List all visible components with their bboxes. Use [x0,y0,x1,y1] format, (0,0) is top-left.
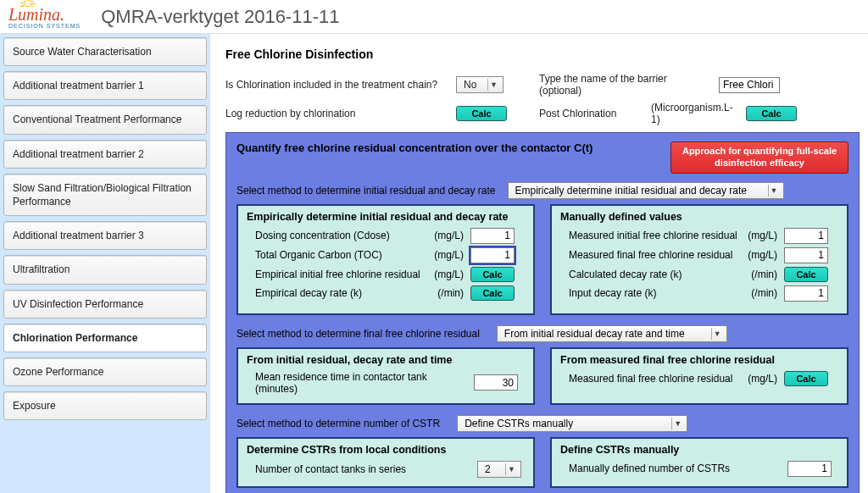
group-title: Empirically determine initial residual a… [247,211,525,223]
header: Lumina. DECISION SYSTEMS QMRA-verktyget … [0,0,868,34]
emp-k-unit: (/min) [430,287,467,299]
sidebar-item-uv[interactable]: UV Disinfection Performance [3,290,207,319]
sidebar-item-label: Source Water Characterisation [13,46,152,58]
sidebar-item-label: Additional treatment barrier 3 [13,230,144,241]
sidebar-item-source-water[interactable]: Source Water Characterisation [3,37,207,66]
m-fin2-label: Measured final free chlorine residual [569,373,740,385]
post-chlor-calc-button[interactable]: Calc [746,106,797,121]
select-value: Define CSTRs manually [465,418,573,429]
m-init-unit: (mg/L) [743,230,781,241]
mdef-label: Manually defined number of CSTRs [569,463,782,474]
m-init-input[interactable] [784,228,828,244]
method2-label: Select method to determine final free ch… [236,328,480,340]
toc-unit: (mg/L) [430,249,467,261]
cstr-local-group: Determine CSTRs from local conditions Nu… [236,437,535,488]
toc-label: Total Organic Carbon (TOC) [255,249,426,261]
chevron-down-icon: ▼ [671,418,683,429]
m-fin-label: Measured final free chlorine residual [569,249,740,261]
group-title: From measured final free chlorine residu… [560,354,838,366]
group-title: Define CSTRs manually [560,444,838,456]
method3-label: Select method to determine number of CST… [236,418,440,429]
method1-select[interactable]: Empirically determine initial residual a… [508,182,784,199]
dose-input[interactable] [470,228,515,244]
chevron-down-icon: ▼ [711,328,723,340]
sidebar: Source Water Characterisation Additional… [0,34,210,493]
panel-title: Quantify free chlorine residual concentr… [236,141,593,154]
m-fin-input[interactable] [784,247,828,263]
sidebar-item-conventional[interactable]: Conventional Treatment Performance [3,105,207,134]
ntanks-select[interactable]: 2 ▼ [477,461,521,478]
logo: Lumina. DECISION SYSTEMS [8,5,81,29]
select-value: 2 [485,463,491,475]
calc-k-unit: (/min) [743,269,781,280]
is-chlor-select[interactable]: No ▼ [456,76,504,93]
log-reduction-calc-button[interactable]: Calc [456,106,507,121]
sidebar-item-add-barrier-1[interactable]: Additional treatment barrier 1 [3,71,207,100]
method2-select[interactable]: From initial residual decay rate and tim… [497,325,727,342]
sidebar-item-label: Ultrafiltration [13,263,70,275]
mrt-input[interactable] [474,374,518,391]
input-k-label: Input decay rate (k) [569,287,740,299]
sidebar-item-exposure[interactable]: Exposure [3,391,207,420]
emp-k-label: Empirical decay rate (k) [255,287,426,299]
emp-init-unit: (mg/L) [430,269,467,280]
content: Free Chlorine Disinfection Is Chlorinati… [210,34,868,493]
mdef-input[interactable] [787,461,832,477]
log-reduction-label: Log reduction by chlorination [225,108,446,119]
emp-init-label: Empirical initial free chlorine residual [255,269,426,280]
contactor-panel: Quantify free chlorine residual concentr… [225,132,860,493]
barrier-name-label: Type the name of the barrier (optional) [539,73,709,97]
calc-k-button[interactable]: Calc [784,267,828,282]
chevron-down-icon: ▼ [487,79,499,91]
empirical-group: Empirically determine initial residual a… [236,204,535,315]
select-value: Empirically determine initial residual a… [515,185,747,197]
m-fin2-calc-button[interactable]: Calc [784,371,828,386]
toc-input[interactable] [470,247,515,263]
from-initial-group: From initial residual, decay rate and ti… [236,347,535,405]
mrt-label: Mean residence time in contactor tank (m… [255,371,469,395]
method3-select[interactable]: Define CSTRs manually ▼ [457,415,687,432]
input-k-input[interactable] [784,285,828,302]
chevron-down-icon: ▼ [505,463,517,475]
group-title: Manually defined values [560,211,838,223]
is-chlor-label: Is Chlorination included in the treatmen… [225,79,446,91]
cstr-manual-group: Define CSTRs manually Manually defined n… [550,437,849,488]
sidebar-item-label: Chlorination Performance [13,332,137,344]
sidebar-item-label: Slow Sand Filtration/Biological Filtrati… [13,182,192,208]
dose-label: Dosing concentration (Cdose) [255,230,426,241]
from-measured-group: From measured final free chlorine residu… [550,347,849,405]
post-chlor-label: Post Chlorination [539,108,641,119]
sidebar-item-label: Exposure [13,400,56,412]
calc-k-label: Calculated decay rate (k) [569,269,740,280]
sidebar-item-add-barrier-2[interactable]: Additional treatment barrier 2 [3,140,207,169]
group-title: Determine CSTRs from local conditions [247,444,525,456]
input-k-unit: (/min) [743,287,781,299]
sidebar-item-ultrafiltration[interactable]: Ultrafiltration [3,255,207,284]
m-fin2-unit: (mg/L) [743,373,781,385]
method1-label: Select method to determine initial resid… [236,185,496,197]
sidebar-item-label: UV Disinfection Performance [13,298,143,310]
app-title: QMRA-verktyget 2016-11-11 [101,6,339,28]
ntanks-label: Number of contact tanks in series [255,463,472,475]
sidebar-item-add-barrier-3[interactable]: Additional treatment barrier 3 [3,221,207,250]
group-title: From initial residual, decay rate and ti… [247,354,525,366]
post-chlor-unit: (Microorganism.L-1) [651,102,736,125]
approach-button[interactable]: Approach for quantifying full-scale disi… [670,141,849,174]
select-value: No [464,79,476,91]
barrier-name-input[interactable] [719,77,780,93]
emp-k-calc-button[interactable]: Calc [470,285,515,301]
m-init-label: Measured initial free chlorine residual [569,230,740,241]
emp-init-calc-button[interactable]: Calc [470,267,515,282]
m-fin-unit: (mg/L) [743,249,781,261]
sidebar-item-label: Ozone Performance [13,366,103,378]
sidebar-item-label: Additional treatment barrier 1 [13,80,144,91]
sidebar-item-chlorination[interactable]: Chlorination Performance [3,324,207,352]
brand-text: Lumina. [8,5,64,24]
sidebar-item-ozone[interactable]: Ozone Performance [3,357,207,386]
sidebar-item-label: Additional treatment barrier 2 [13,148,144,160]
dose-unit: (mg/L) [430,230,467,241]
sidebar-item-slow-sand[interactable]: Slow Sand Filtration/Biological Filtrati… [3,174,207,216]
select-value: From initial residual decay rate and tim… [504,328,685,340]
chevron-down-icon: ▼ [768,185,780,197]
sidebar-item-label: Conventional Treatment Performance [13,114,181,125]
